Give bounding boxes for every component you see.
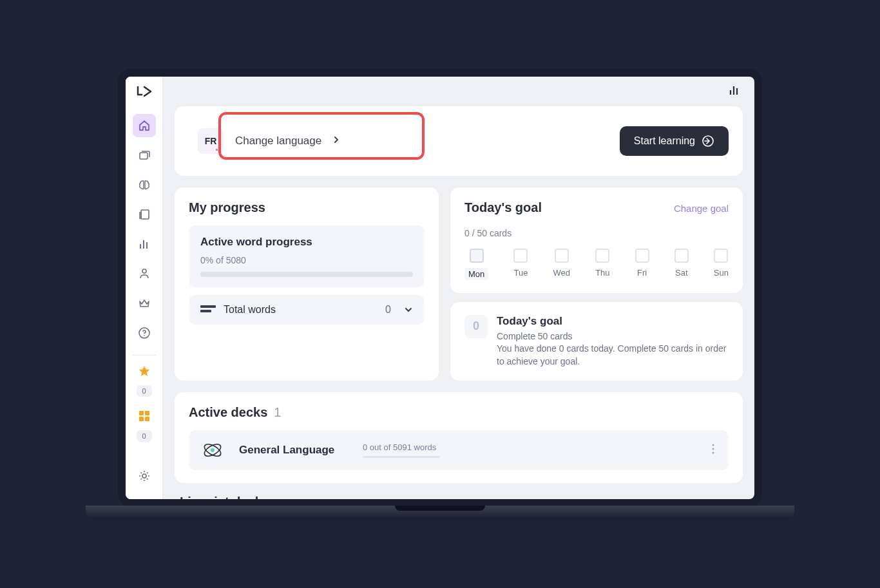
todays-goal-card: Today's goal Change goal 0 / 50 cards Mo… xyxy=(450,187,743,293)
nav-help[interactable] xyxy=(133,321,156,345)
svg-point-17 xyxy=(211,448,215,452)
hero-card: FR Change language Start learning xyxy=(175,106,743,176)
main-content: FR Change language Start learning My xyxy=(163,77,754,499)
svg-point-10 xyxy=(142,474,146,478)
goal-card-title: Today's goal xyxy=(497,315,729,328)
stats-icon xyxy=(138,238,151,251)
deck-icon xyxy=(200,438,225,462)
day-sat[interactable]: Sat xyxy=(674,249,689,280)
favorites-count: 0 xyxy=(137,385,152,397)
apps-icon xyxy=(139,411,149,421)
book-icon xyxy=(138,208,151,221)
day-mon[interactable]: Mon xyxy=(464,249,488,280)
cards-icon xyxy=(138,149,151,162)
progress-title: My progress xyxy=(189,200,425,215)
sidebar: 0 0 xyxy=(126,77,163,499)
brain-icon xyxy=(138,178,151,191)
svg-point-20 xyxy=(713,452,714,454)
nav-stats[interactable] xyxy=(133,232,156,256)
home-icon xyxy=(138,119,151,132)
app-logo xyxy=(137,86,152,100)
sidebar-divider xyxy=(133,355,156,356)
goal-card-body: You have done 0 cards today. Complete 50… xyxy=(497,343,729,368)
svg-point-18 xyxy=(713,444,714,446)
crown-icon xyxy=(138,297,151,310)
deck-progress: 0 out of 5091 words xyxy=(363,442,695,458)
svg-rect-1 xyxy=(141,210,149,219)
goal-title: Today's goal xyxy=(464,200,542,215)
svg-point-9 xyxy=(144,335,145,336)
day-tue[interactable]: Tue xyxy=(513,249,528,280)
nav-apps[interactable] xyxy=(133,404,156,428)
week-row: Mon Tue Wed Thu Fri Sat Sun xyxy=(464,249,729,280)
svg-point-7 xyxy=(142,269,146,273)
goal-detail-card: 0 Today's goal Complete 50 cards You hav… xyxy=(450,302,743,381)
active-decks-count: 1 xyxy=(274,405,281,420)
bars-icon xyxy=(729,84,740,96)
deck-menu-button[interactable] xyxy=(709,441,717,459)
top-stats-button[interactable] xyxy=(729,84,740,99)
list-icon xyxy=(200,305,216,314)
day-wed[interactable]: Wed xyxy=(553,249,571,280)
language-flag: FR xyxy=(198,128,224,154)
nav-library[interactable] xyxy=(133,203,156,226)
apps-count: 0 xyxy=(137,430,152,442)
chevron-down-icon xyxy=(404,305,413,314)
active-decks-card: Active decks 1 General Language 0 out of… xyxy=(175,392,743,483)
active-progress-sub: 0% of 5080 xyxy=(200,255,413,265)
nav-brain[interactable] xyxy=(133,173,156,196)
start-learning-label: Start learning xyxy=(634,135,695,147)
laptop-base xyxy=(86,506,794,520)
nav-cards[interactable] xyxy=(133,144,156,167)
change-language-label: Change language xyxy=(235,135,321,147)
total-words-value: 0 xyxy=(385,304,391,316)
help-icon xyxy=(138,327,151,339)
day-sun[interactable]: Sun xyxy=(714,249,729,280)
deck-row[interactable]: General Language 0 out of 5091 words xyxy=(189,430,729,470)
svg-point-19 xyxy=(713,448,714,450)
active-progress-title: Active word progress xyxy=(200,236,413,249)
lingvist-decks-title: Lingvist decks xyxy=(180,495,738,498)
deck-progress-text: 0 out of 5091 words xyxy=(363,442,695,452)
arrow-circle-icon xyxy=(702,135,714,147)
deck-progress-bar xyxy=(363,456,440,458)
goal-sub: 0 / 50 cards xyxy=(464,228,729,238)
star-icon xyxy=(138,365,151,377)
person-icon xyxy=(138,267,151,280)
progress-card: My progress Active word progress 0% of 5… xyxy=(175,187,439,381)
lingvist-decks-section: Lingvist decks xyxy=(175,495,743,498)
gear-icon xyxy=(138,469,151,482)
day-fri[interactable]: Fri xyxy=(635,249,649,280)
nav-home[interactable] xyxy=(133,114,156,137)
total-words-label: Total words xyxy=(224,304,378,316)
goal-card-sub: Complete 50 cards xyxy=(497,330,729,343)
nav-settings[interactable] xyxy=(133,464,156,488)
goal-zero-icon: 0 xyxy=(464,315,488,338)
nav-favorites[interactable] xyxy=(133,359,156,383)
day-thu[interactable]: Thu xyxy=(595,249,609,280)
deck-name: General Language xyxy=(239,444,349,457)
kebab-icon xyxy=(712,444,714,454)
change-language-button[interactable]: FR Change language xyxy=(189,119,358,163)
start-learning-button[interactable]: Start learning xyxy=(620,126,729,156)
total-words-row[interactable]: Total words 0 xyxy=(189,295,425,325)
nav-premium[interactable] xyxy=(133,292,156,315)
svg-rect-0 xyxy=(140,153,148,159)
app-root: 0 0 FR Change languag xyxy=(126,77,754,499)
chevron-right-icon xyxy=(333,135,340,147)
change-goal-link[interactable]: Change goal xyxy=(674,203,729,214)
progress-bar xyxy=(200,272,413,277)
active-decks-title: Active decks xyxy=(189,405,267,420)
nav-profile[interactable] xyxy=(133,262,156,285)
active-word-progress: Active word progress 0% of 5080 xyxy=(189,225,425,287)
